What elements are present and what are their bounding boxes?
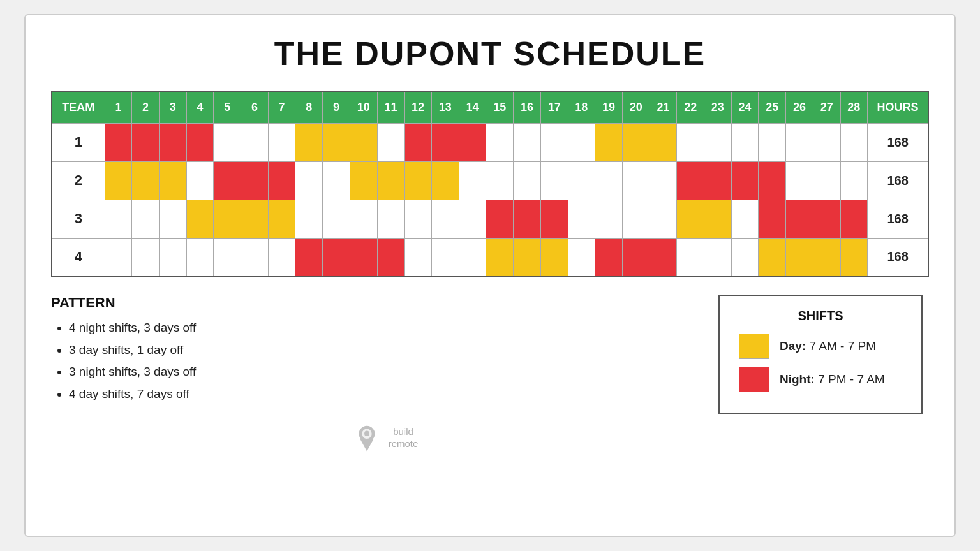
cell-t4-d1 xyxy=(105,238,132,276)
cell-t1-d3 xyxy=(159,123,186,161)
hours-label-4: 168 xyxy=(868,238,928,276)
cell-t4-d23 xyxy=(704,238,732,276)
table-row-2: 2168 xyxy=(52,161,928,200)
day-header-14: 14 xyxy=(459,91,486,123)
pattern-item-2: 3 night shifts, 3 days off xyxy=(69,363,718,381)
day-label: Day: 7 AM - 7 PM xyxy=(780,339,876,353)
cell-t3-d12 xyxy=(405,200,432,238)
cell-t3-d25 xyxy=(759,200,786,238)
cell-t4-d12 xyxy=(405,238,432,276)
cell-t2-d4 xyxy=(186,161,214,200)
day-header-13: 13 xyxy=(431,91,459,123)
cell-t3-d24 xyxy=(731,200,759,238)
cell-t3-d8 xyxy=(295,200,323,238)
cell-t3-d4 xyxy=(186,200,214,238)
hours-label-2: 168 xyxy=(868,161,928,200)
cell-t3-d6 xyxy=(241,200,269,238)
day-header-3: 3 xyxy=(159,91,186,123)
day-header-12: 12 xyxy=(405,91,432,123)
cell-t3-d18 xyxy=(568,200,595,238)
cell-t4-d21 xyxy=(650,238,677,276)
legend-title: SHIFTS xyxy=(739,309,902,323)
day-header-7: 7 xyxy=(268,91,295,123)
legend-box: SHIFTS Day: 7 AM - 7 PM Night: 7 PM - 7 … xyxy=(718,295,923,414)
brand-area: buildremote xyxy=(51,422,718,453)
cell-t3-d2 xyxy=(132,200,160,238)
cell-t2-d7 xyxy=(268,161,295,200)
cell-t2-d6 xyxy=(241,161,269,200)
cell-t1-d17 xyxy=(540,123,568,161)
schedule-table: TEAM 12345678910111213141516171819202122… xyxy=(51,91,929,277)
day-header-18: 18 xyxy=(568,91,595,123)
team-label-3: 3 xyxy=(52,200,105,238)
cell-t2-d26 xyxy=(786,161,813,200)
cell-t3-d7 xyxy=(268,200,295,238)
pattern-list: 4 night shifts, 3 days off3 day shifts, … xyxy=(51,319,718,403)
hours-label-3: 168 xyxy=(868,200,928,238)
cell-t1-d21 xyxy=(650,123,677,161)
pattern-item-1: 3 day shifts, 1 day off xyxy=(69,341,718,360)
cell-t3-d16 xyxy=(514,200,541,238)
table-row-4: 4168 xyxy=(52,238,928,276)
cell-t2-d9 xyxy=(323,161,350,200)
day-header-21: 21 xyxy=(650,91,677,123)
day-header-20: 20 xyxy=(622,91,650,123)
cell-t3-d17 xyxy=(540,200,568,238)
brand-name: buildremote xyxy=(389,425,419,450)
cell-t3-d3 xyxy=(159,200,186,238)
cell-t2-d11 xyxy=(377,161,405,200)
cell-t1-d2 xyxy=(132,123,160,161)
cell-t1-d6 xyxy=(241,123,269,161)
cell-t2-d3 xyxy=(159,161,186,200)
cell-t4-d7 xyxy=(268,238,295,276)
day-header-11: 11 xyxy=(377,91,405,123)
cell-t1-d4 xyxy=(186,123,214,161)
cell-t4-d28 xyxy=(840,238,868,276)
page-title: THE DUPONT SCHEDULE xyxy=(51,34,929,73)
cell-t3-d27 xyxy=(813,200,840,238)
cell-t2-d16 xyxy=(514,161,541,200)
cell-t3-d22 xyxy=(677,200,704,238)
cell-t2-d17 xyxy=(540,161,568,200)
cell-t4-d24 xyxy=(731,238,759,276)
cell-t1-d26 xyxy=(786,123,813,161)
cell-t2-d18 xyxy=(568,161,595,200)
cell-t2-d15 xyxy=(486,161,514,200)
cell-t2-d27 xyxy=(813,161,840,200)
pattern-item-0: 4 night shifts, 3 days off xyxy=(69,319,718,337)
legend-day-item: Day: 7 AM - 7 PM xyxy=(739,334,902,359)
cell-t3-d15 xyxy=(486,200,514,238)
day-header-23: 23 xyxy=(704,91,732,123)
cell-t1-d27 xyxy=(813,123,840,161)
day-header-17: 17 xyxy=(540,91,568,123)
cell-t2-d2 xyxy=(132,161,160,200)
day-header-24: 24 xyxy=(731,91,759,123)
cell-t2-d22 xyxy=(677,161,704,200)
cell-t4-d6 xyxy=(241,238,269,276)
team-label-2: 2 xyxy=(52,161,105,200)
day-header-28: 28 xyxy=(840,91,868,123)
night-label: Night: 7 PM - 7 AM xyxy=(780,372,885,386)
cell-t3-d9 xyxy=(323,200,350,238)
day-header-22: 22 xyxy=(677,91,704,123)
cell-t1-d19 xyxy=(595,123,623,161)
brand-icon xyxy=(352,422,382,453)
table-header-row: TEAM 12345678910111213141516171819202122… xyxy=(52,91,928,123)
cell-t2-d5 xyxy=(214,161,241,200)
cell-t4-d5 xyxy=(214,238,241,276)
night-swatch xyxy=(739,367,769,392)
cell-t2-d14 xyxy=(459,161,486,200)
cell-t4-d22 xyxy=(677,238,704,276)
day-header-1: 1 xyxy=(105,91,132,123)
day-swatch xyxy=(739,334,769,359)
card: THE DUPONT SCHEDULE TEAM 123456789101112… xyxy=(24,14,956,537)
brand-wrapper: buildremote xyxy=(352,422,419,453)
cell-t4-d27 xyxy=(813,238,840,276)
day-header-19: 19 xyxy=(595,91,623,123)
day-header-6: 6 xyxy=(241,91,269,123)
cell-t4-d8 xyxy=(295,238,323,276)
cell-t3-d14 xyxy=(459,200,486,238)
cell-t1-d28 xyxy=(840,123,868,161)
team-label-4: 4 xyxy=(52,238,105,276)
cell-t1-d22 xyxy=(677,123,704,161)
